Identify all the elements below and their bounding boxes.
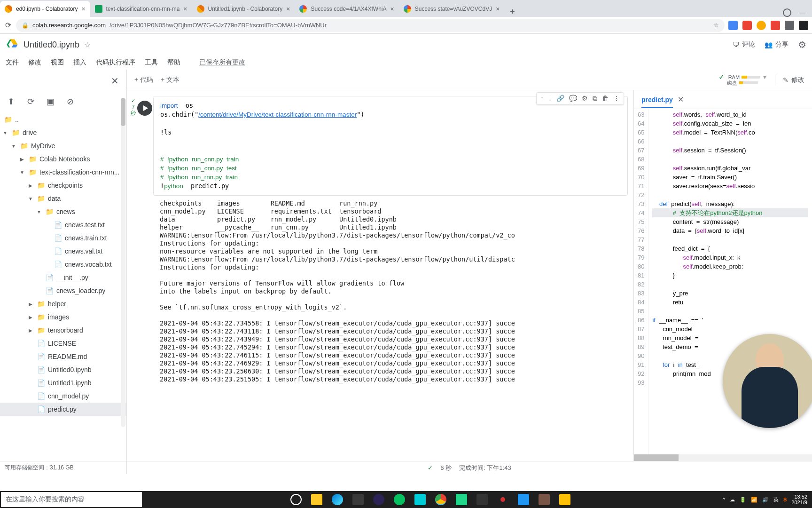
chevron-right-icon[interactable]: ▶ (27, 328, 34, 333)
mount-drive-icon[interactable]: ▣ (45, 96, 55, 107)
chrome-icon[interactable] (431, 492, 450, 507)
record-icon[interactable] (493, 492, 512, 507)
sidebar-scrollbar[interactable] (121, 98, 125, 427)
tree-folder[interactable]: ▼📁MyDrive (0, 139, 126, 152)
move-up-icon[interactable]: ↑ (540, 95, 544, 103)
chevron-down-icon[interactable]: ▼ (27, 196, 34, 201)
chevron-right-icon[interactable]: ▶ (27, 302, 34, 307)
code-editor[interactable]: import os os.chdir("/content/drive/MyDri… (153, 96, 628, 196)
chevron-right-icon[interactable]: ▶ (27, 183, 34, 188)
wifi-icon[interactable]: 📶 (751, 497, 757, 503)
volume-icon[interactable]: 🔊 (762, 497, 769, 503)
intellij-icon[interactable] (349, 492, 367, 507)
upload-icon[interactable]: ⬆ (6, 96, 16, 107)
ext-icon[interactable] (785, 21, 794, 30)
browser-tab[interactable]: Untitled1.ipynb - Colaboratory× (192, 1, 295, 17)
doc-title[interactable]: Untitled0.ipynb (23, 40, 79, 50)
chevron-right-icon[interactable]: ▶ (27, 315, 34, 320)
battery-icon[interactable]: 🔋 (740, 497, 746, 503)
explorer-icon[interactable] (307, 492, 326, 507)
chevron-down-icon[interactable]: ▼ (2, 130, 8, 135)
tree-file[interactable]: 📄Untitled1.ipynb (0, 376, 126, 389)
tree-folder[interactable]: ▶📁checkpoints (0, 179, 126, 192)
tree-file[interactable]: 📄cnews.train.txt (0, 231, 126, 245)
tree-file[interactable]: 📄cnews_loader.py (0, 284, 126, 297)
new-tab-button[interactable]: + (504, 7, 521, 17)
windows-search[interactable]: 在这里输入你要搜索的内容 (1, 492, 142, 507)
profile-icon[interactable] (783, 8, 791, 17)
tree-file[interactable]: 📄LICENSE (0, 337, 126, 350)
tree-file[interactable]: 📄predict.py (0, 403, 126, 416)
add-code-button[interactable]: + 代码 (134, 76, 153, 84)
app-icon[interactable] (535, 492, 554, 507)
share-button[interactable]: 👥 分享 (765, 40, 789, 49)
run-cell-button[interactable] (137, 101, 152, 116)
add-text-button[interactable]: + 文本 (161, 76, 180, 84)
comment-cell-icon[interactable]: 💬 (569, 95, 577, 103)
edit-button[interactable]: ✎ 修改 (783, 76, 804, 84)
wechat-icon[interactable] (390, 492, 409, 507)
code-cell[interactable]: ✓ 7 秒 ↑ ↓ 🔗 💬 ⚙ ⧉ 🗑 ⋮ (133, 96, 628, 387)
app-icon[interactable] (514, 492, 533, 507)
ext-icon[interactable] (757, 21, 766, 30)
browser-tab[interactable]: Success code=4/1AX4XfWhiA× (295, 1, 398, 17)
chevron-down-icon[interactable]: ▼ (36, 209, 42, 214)
hide-icon[interactable]: ⊘ (65, 96, 75, 107)
ext-icon[interactable] (742, 21, 752, 30)
edge-icon[interactable] (328, 492, 347, 507)
tree-folder[interactable]: ▼📁data (0, 192, 126, 205)
tree-folder[interactable]: ▶📁images (0, 310, 126, 324)
menu-item[interactable]: 修改 (28, 58, 41, 66)
webstorm-icon[interactable] (411, 492, 429, 507)
menu-item[interactable]: 视图 (51, 58, 64, 66)
delete-cell-icon[interactable]: 🗑 (602, 95, 609, 103)
move-down-icon[interactable]: ↓ (548, 95, 552, 103)
clock[interactable]: 13:52 2021/9 (791, 494, 807, 505)
settings-icon[interactable]: ⚙ (798, 39, 806, 50)
tree-file[interactable]: 📄cnn_model.py (0, 389, 126, 403)
tree-file[interactable]: 📄cnews.test.txt (0, 218, 126, 231)
tree-file[interactable]: 📄README.md (0, 350, 126, 363)
close-tab-icon[interactable]: × (496, 5, 500, 13)
browser-tab[interactable]: text-classification-cnn-rnn-ma× (90, 1, 192, 17)
menu-item[interactable]: 帮助 (167, 58, 180, 66)
close-tab-icon[interactable]: × (183, 5, 187, 13)
menu-item[interactable]: 文件 (6, 58, 19, 66)
tree-file[interactable]: 📄Untitled0.ipynb (0, 363, 126, 376)
menu-item[interactable]: 工具 (145, 58, 158, 66)
close-preview-icon[interactable]: ✕ (678, 95, 684, 104)
chevron-down-icon[interactable]: ▼ (19, 170, 25, 175)
ime-indicator[interactable]: 英 (773, 496, 779, 503)
preview-h-scrollbar[interactable] (634, 454, 812, 461)
tray-up-icon[interactable]: ^ (723, 497, 725, 502)
task-view-icon[interactable] (287, 492, 305, 507)
menu-item[interactable]: 代码执行程序 (96, 58, 135, 66)
browser-tab[interactable]: ed0.ipynb - Colaboratory× (0, 1, 90, 17)
more-icon[interactable]: ⋮ (613, 95, 620, 103)
tree-folder[interactable]: ▶📁helper (0, 297, 126, 310)
close-tab-icon[interactable]: × (390, 5, 394, 13)
eclipse-icon[interactable] (369, 492, 388, 507)
chevron-down-icon[interactable]: ▼ (10, 143, 17, 149)
tree-folder[interactable]: ▶📁Colab Notebooks (0, 152, 126, 166)
close-tab-icon[interactable]: × (286, 5, 290, 13)
star-button[interactable]: ☆ (84, 40, 91, 49)
ext-puzzle-icon[interactable] (799, 21, 808, 30)
tree-file[interactable]: 📄cnews.val.txt (0, 245, 126, 258)
preview-tab[interactable]: predict.py (641, 96, 673, 108)
onedrive-icon[interactable]: ☁ (730, 497, 735, 503)
minimize-icon[interactable]: — (799, 8, 806, 17)
resource-meter[interactable]: ✓RAM▼ 磁盘 (718, 74, 767, 86)
tree-folder[interactable]: ▶📁tensorboard (0, 324, 126, 337)
close-tab-icon[interactable]: × (81, 5, 85, 13)
close-sidebar-icon[interactable]: ✕ (111, 75, 119, 87)
mirror-icon[interactable]: ⧉ (593, 95, 597, 103)
ext-icon[interactable] (728, 21, 738, 30)
tree-root[interactable]: ▼ 📁 drive (0, 126, 126, 139)
chevron-right-icon[interactable]: ▶ (19, 157, 25, 162)
tree-file[interactable]: 📄cnews.vocab.txt (0, 258, 126, 271)
settings-cell-icon[interactable]: ⚙ (582, 95, 588, 103)
sogou-icon[interactable]: S (783, 497, 787, 502)
refresh-icon[interactable]: ⟳ (25, 96, 36, 107)
menu-item[interactable]: 插入 (73, 58, 86, 66)
